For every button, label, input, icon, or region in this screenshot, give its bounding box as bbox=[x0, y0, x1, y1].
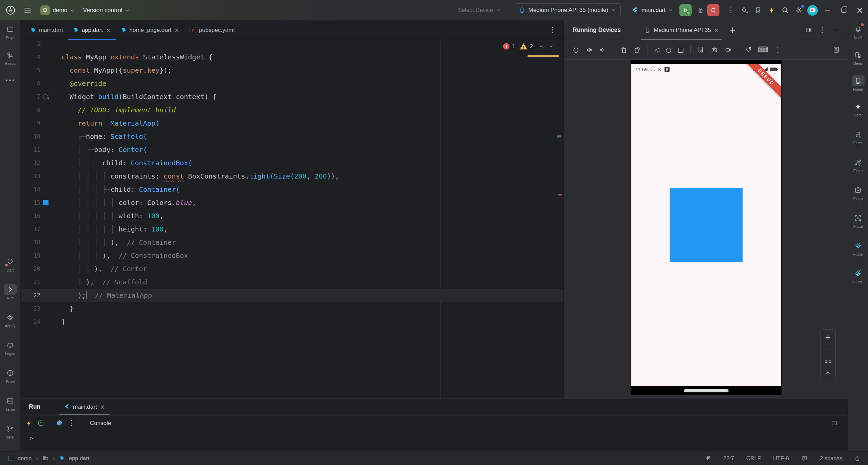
android-back-button[interactable]: ◁ bbox=[654, 46, 659, 53]
sidebar-item-resource-manager[interactable]: Resou bbox=[0, 50, 20, 66]
rotate-left-button[interactable] bbox=[620, 46, 627, 54]
code-line[interactable]: 20 │ │ ), // Center bbox=[21, 262, 563, 276]
code-line[interactable]: 11 │ ┌─body: Center( bbox=[21, 143, 563, 156]
device-mirror-button[interactable] bbox=[751, 3, 765, 17]
sidebar-item-project[interactable]: Proje bbox=[0, 24, 20, 40]
previous-problem-button[interactable] bbox=[538, 44, 545, 49]
profile-avatar[interactable] bbox=[806, 3, 819, 17]
sidebar-item-flutter-inspector[interactable]: Flutte bbox=[848, 212, 868, 229]
zoom-in-button[interactable]: + bbox=[825, 334, 831, 341]
split-view-button[interactable] bbox=[802, 23, 815, 37]
code-line[interactable]: 4class MyApp extends StatelessWidget { bbox=[21, 51, 563, 64]
search-everywhere-button[interactable] bbox=[778, 3, 792, 17]
sidebar-item-flutter-outline[interactable]: Flutte bbox=[848, 240, 868, 257]
breadcrumb-folder[interactable]: lib bbox=[43, 455, 49, 462]
device-tab[interactable]: Medium Phone API 35 × bbox=[640, 20, 723, 40]
readonly-toggle[interactable] bbox=[854, 455, 861, 462]
code-line[interactable]: 5 const MyApp({super.key}); bbox=[21, 64, 563, 77]
tab-pubspec-yaml[interactable]: Y pubspec.yaml bbox=[185, 20, 240, 40]
console-output[interactable]: > bbox=[21, 431, 848, 451]
version-control-menu[interactable]: Version control bbox=[82, 5, 131, 16]
code-line[interactable]: 21 │ ), // Scaffold bbox=[21, 276, 563, 289]
select-device-dropdown[interactable]: Select Device bbox=[458, 7, 500, 14]
sidebar-item-flutter-property[interactable]: Flutte bbox=[848, 268, 868, 284]
sidebar-item-logcat[interactable]: Logca bbox=[0, 340, 20, 356]
device-settings-button[interactable] bbox=[697, 46, 704, 53]
code-line[interactable]: 16 │ │ │ │ │ width: 100, bbox=[21, 209, 563, 223]
inspections-status-button[interactable] bbox=[801, 455, 808, 462]
hot-restart-button[interactable] bbox=[38, 420, 44, 426]
settings-button[interactable] bbox=[792, 3, 806, 17]
code-line[interactable]: 18 │ │ │ │ ), // Container bbox=[21, 236, 563, 249]
tab-options-menu[interactable]: ⋮ bbox=[549, 26, 556, 34]
code-line[interactable]: 14 │ │ │ ├─child: Container( bbox=[21, 183, 563, 196]
console-tab-label[interactable]: Console bbox=[90, 420, 111, 427]
hide-panel-button[interactable] bbox=[829, 23, 843, 37]
dart-devtools-button[interactable] bbox=[56, 420, 62, 426]
code-line[interactable]: 6 @override bbox=[21, 77, 563, 90]
breadcrumb[interactable]: demo › lib › app.dart bbox=[8, 455, 90, 462]
close-icon[interactable]: × bbox=[714, 27, 719, 34]
line-separator[interactable]: CRLF bbox=[746, 455, 761, 462]
override-gutter-icon[interactable] bbox=[40, 90, 51, 104]
close-icon[interactable]: × bbox=[100, 404, 105, 410]
power-button[interactable] bbox=[573, 46, 579, 53]
code-line[interactable]: 8 // TODO: implement build bbox=[21, 104, 563, 117]
rotate-right-button[interactable] bbox=[634, 46, 641, 54]
hardware-input-button[interactable]: ⌨ bbox=[758, 46, 768, 53]
zoom-out-button[interactable]: − bbox=[825, 346, 831, 354]
sidebar-item-flutter-performance[interactable]: Flutte bbox=[848, 185, 868, 201]
next-problem-button[interactable] bbox=[547, 44, 555, 49]
reset-button[interactable]: ↺ bbox=[746, 46, 752, 53]
volume-down-button[interactable] bbox=[599, 46, 606, 53]
window-minimize-button[interactable] bbox=[819, 0, 835, 20]
highlight-level-button[interactable] bbox=[705, 455, 711, 462]
code-line[interactable]: 19 │ │ │ ), // ConstrainedBox bbox=[21, 249, 563, 262]
screen-record-button[interactable] bbox=[725, 46, 732, 53]
sidebar-item-flutter-coverage[interactable]: Flutte bbox=[848, 129, 868, 145]
code-editor[interactable]: 34class MyApp extends StatelessWidget {5… bbox=[21, 40, 563, 398]
code-line[interactable]: 12 │ │ ┌─child: ConstrainedBox( bbox=[21, 156, 563, 170]
color-preview-gutter-icon[interactable] bbox=[40, 196, 51, 209]
device-selector[interactable]: Medium Phone API 35 (mobile) bbox=[514, 3, 621, 17]
debug-button[interactable] bbox=[694, 3, 707, 17]
breadcrumb-project[interactable]: demo bbox=[18, 455, 32, 462]
sidebar-item-terminal[interactable]: Termi bbox=[0, 395, 20, 412]
window-maximize-button[interactable] bbox=[835, 0, 852, 20]
code-line[interactable]: 7 Widget build(BuildContext context) { bbox=[21, 90, 563, 104]
code-line[interactable]: 10 ┌─home: Scaffold( bbox=[21, 130, 563, 143]
more-actions-menu[interactable]: ⋮ bbox=[724, 3, 738, 17]
sidebar-item-gemini[interactable]: Gemi bbox=[848, 101, 868, 117]
sidebar-item-running-devices[interactable]: Runni bbox=[848, 75, 868, 92]
window-close-button[interactable]: × bbox=[852, 0, 868, 20]
sidebar-item-version-control[interactable]: Versi bbox=[0, 423, 20, 440]
console-options-menu[interactable]: ⋮ bbox=[68, 420, 75, 427]
sidebar-item-flutter-tools[interactable]: Flutte bbox=[848, 157, 868, 173]
stop-button[interactable] bbox=[707, 4, 719, 16]
inspections-widget[interactable]: ! 1 ! 2 bbox=[503, 43, 555, 50]
code-line[interactable]: 9 return MaterialApp( bbox=[21, 117, 563, 130]
emulator-phone[interactable]: 11:59 ⓘ ⊘ A 3G DEBUG bbox=[631, 60, 782, 395]
gesture-pill[interactable] bbox=[684, 389, 729, 392]
android-recents-button[interactable]: □ bbox=[678, 46, 684, 53]
project-selector[interactable]: D demo bbox=[39, 3, 76, 17]
sidebar-item-more-tools[interactable]: ••• bbox=[0, 75, 20, 92]
code-line[interactable]: 24} bbox=[21, 315, 563, 329]
sidebar-item-device-manager[interactable]: Devic bbox=[848, 50, 868, 66]
code-line[interactable]: 17 │ │ │ │ │ height: 100, bbox=[21, 223, 563, 236]
screenshot-button[interactable] bbox=[711, 46, 718, 53]
sidebar-item-notifications[interactable]: Notifi bbox=[848, 24, 868, 40]
sidebar-item-dart-analysis[interactable]: Dart bbox=[0, 256, 20, 273]
code-line[interactable]: 13 │ │ │ │ constraints: const BoxConstra… bbox=[21, 170, 563, 183]
hot-reload-button[interactable] bbox=[765, 3, 778, 17]
code-line[interactable]: 23 } bbox=[21, 302, 563, 315]
main-menu-icon[interactable] bbox=[22, 6, 33, 15]
sidebar-item-app-quality[interactable]: App Q bbox=[0, 312, 20, 328]
android-home-button[interactable]: ○ bbox=[666, 46, 672, 53]
hot-reload-button[interactable] bbox=[26, 420, 32, 427]
close-icon[interactable]: × bbox=[106, 27, 111, 34]
fit-to-window-button[interactable] bbox=[825, 369, 831, 375]
device-more-menu[interactable]: ⋮ bbox=[775, 46, 781, 53]
zoom-reset-button[interactable]: 1:1 bbox=[825, 359, 831, 364]
tab-main-dart[interactable]: main.dart bbox=[25, 20, 68, 40]
